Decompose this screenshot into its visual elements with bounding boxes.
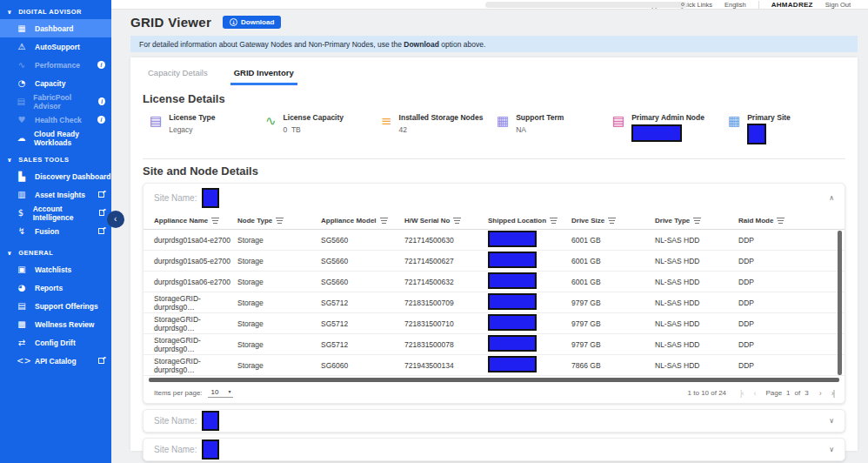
table-cell: Storage [237,278,321,286]
site-card-collapsed[interactable]: Site Name:∨ [143,438,845,461]
sidebar-item-reports[interactable]: ◕Reports [0,278,111,297]
sidebar-item-wellness-review[interactable]: ▩Wellness Review [0,315,111,333]
sidebar-item-performance[interactable]: ∿Performancei [0,56,111,74]
table-cell: NL-SAS HDD [655,361,738,370]
current-page-value[interactable]: 1 [786,389,790,397]
table-cell: 721714500627 [404,257,488,265]
sidebar-item-label: Dashboard [35,24,73,33]
filter-icon[interactable] [381,220,387,221]
cloud-icon: ☁ [17,133,26,143]
search-input[interactable] [485,2,687,8]
sidebar-item-account-intelligence[interactable]: $Account Intelligence [0,204,111,222]
table-cell: DDP [738,299,822,307]
site-name-label: Site Name: [154,445,197,454]
table-row[interactable]: durprdsg01sa05-e2700StorageSG56607217145… [144,251,845,272]
external-link-icon [98,191,104,198]
tab-capacity-details[interactable]: Capacity Details [144,64,211,85]
filter-icon[interactable] [694,220,700,221]
table-row[interactable]: durprdsg01sa04-e2700StorageSG56607217145… [144,230,845,251]
table-cell: 9797 GB [571,299,655,307]
license-item-value: Legacy [169,125,215,134]
table-cell: Storage [237,361,321,370]
license-item-support-term: ▦Support TermNA [497,113,612,148]
sidebar-item-support-offerings[interactable]: ▤Support Offerings [0,297,111,315]
header-divider [758,1,759,9]
sidebar-item-config-drift[interactable]: ⇄Config Drift [0,333,111,352]
filter-icon[interactable] [212,220,218,221]
chevron-down-icon[interactable]: ∨ [7,250,12,257]
table-cell [488,272,571,291]
chevron-down-icon[interactable]: ∨ [7,157,12,164]
sidebar-item-autosupport[interactable]: ⚠AutoSupport [0,37,111,56]
filter-icon[interactable] [778,220,784,221]
sidebar-item-label: Health Check [35,116,82,124]
chevron-up-icon[interactable]: ∧ [829,194,834,202]
last-page-button[interactable]: ›| [831,389,834,398]
table-row[interactable]: StorageGRID-durprdsg0…StorageSG571272183… [144,313,845,334]
download-button[interactable]: ↓ Download [223,16,281,29]
performance-icon: ∿ [17,60,27,70]
sidebar-item-health-check[interactable]: ♥Health Checki [0,111,111,129]
of-label: of [795,389,801,397]
sidebar-item-fabricpool-advisor[interactable]: ▤FabricPool Advisori [0,92,111,111]
sidebar-item-capacity[interactable]: ◔Capacity [0,74,111,92]
info-icon: i [97,61,105,69]
pagination-bar: Items per page: 10 ▾ 1 to 10 of 24 |‹ ‹ [144,382,845,403]
license-item-text: License Capacity0 TB [284,113,344,148]
sidebar-item-fusion[interactable]: ↯Fusion [0,222,111,240]
filter-icon[interactable] [277,220,283,221]
sidebar-collapse-button[interactable]: ‹ [107,211,124,228]
table-header-row: Appliance NameNode TypeAppliance ModelH/… [144,212,845,230]
prev-page-button[interactable]: ‹ [753,389,755,398]
table-row[interactable]: StorageGRID-durprdsg0…StorageSG571272183… [144,292,845,313]
chevron-down-icon[interactable]: ∨ [829,417,834,425]
support-term-icon: ▦ [497,113,509,148]
sign-out-link[interactable]: Sign Out [825,1,851,9]
column-header-label: Shipped Location [488,217,546,225]
next-page-button[interactable]: › [819,389,821,398]
vertical-scrollbar[interactable] [838,231,842,375]
column-header-h-w-serial-no: H/W Serial No [404,217,488,225]
sidebar-section-label: DIGITAL ADVISOR [18,8,82,16]
site-card-collapsed[interactable]: Site Name:∨ [143,409,845,433]
table-cell: DDP [738,340,822,349]
top-header: SupportQuick LinksEnglish AHMADREZ Sign … [111,0,868,10]
table-row[interactable]: durprdsg01sa06-e2700StorageSG56607217145… [144,272,845,292]
config-drift-icon: ⇄ [17,338,27,347]
sidebar-item-label: Cloud Ready Workloads [34,130,111,147]
redacted-cell-value [488,314,537,331]
table-row[interactable]: StorageGRID-durprdsg0…StorageSG606072194… [144,355,845,376]
table-row[interactable]: StorageGRID-durprdsg0…StorageSG571272183… [144,334,845,355]
license-item-label: License Capacity [284,113,344,122]
filter-icon[interactable] [551,220,557,221]
column-header-appliance-name: Appliance Name [154,217,237,225]
asset-insights-icon: ▥ [17,190,27,199]
filter-icon[interactable] [609,220,615,221]
top-link-english[interactable]: English [724,1,746,9]
sidebar-item-api-catalog[interactable]: <>API Catalog [0,352,111,370]
chevron-down-icon[interactable]: ∨ [7,9,12,16]
sidebar-item-dashboard[interactable]: ▦Dashboard [0,19,111,37]
main-content: GRID Viewer ↓ Download For detailed info… [111,10,868,451]
license-item-text: Primary Admin Node [631,113,704,148]
column-header-label: Drive Type [655,217,690,225]
sidebar-item-cloud-ready-workloads[interactable]: ☁Cloud Ready Workloads [0,129,111,147]
table-cell: DDP [738,257,822,265]
table-cell: StorageGRID-durprdsg0… [154,294,237,312]
items-per-page-select[interactable]: 10 ▾ [208,388,233,398]
chevron-down-icon[interactable]: ∨ [829,446,834,453]
filter-icon[interactable] [454,220,460,221]
sidebar-item-asset-insights[interactable]: ▥Asset Insights [0,185,111,204]
table-cell: DDP [738,319,822,328]
column-header-shipped-location: Shipped Location [488,217,571,225]
license-item-label: Installed Storage Nodes [399,113,484,122]
column-header-label: Drive Size [571,217,604,225]
sidebar-item-discovery-dashboard[interactable]: ▙Discovery Dashboard [0,167,111,185]
sidebar-section-digital-advisor: ∨DIGITAL ADVISOR [0,3,111,19]
sidebar-item-watchlists[interactable]: ▣Watchlists [0,260,111,278]
tab-grid-inventory[interactable]: GRID Inventory [230,64,297,85]
first-page-button[interactable]: |‹ [740,389,743,398]
table-cell: SG5712 [321,299,404,307]
table-cell: durprdsg01sa05-e2700 [154,257,237,265]
column-header-label: Raid Mode [738,217,773,225]
